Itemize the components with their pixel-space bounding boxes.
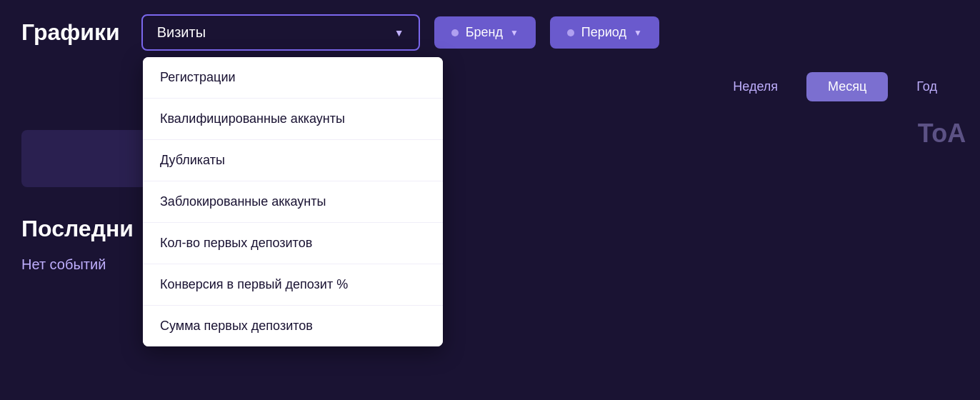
period-label: Период [581, 25, 626, 40]
dropdown-item-first-deposit-conversion[interactable]: Конверсия в первый депозит % [143, 264, 443, 306]
year-button[interactable]: Год [895, 72, 959, 101]
dropdown-item-registrations[interactable]: Регистрации [143, 57, 443, 99]
week-button[interactable]: Неделя [711, 72, 799, 101]
period-dot-icon [567, 29, 574, 36]
no-data-chart-placeholder [21, 130, 150, 187]
dropdown-item-first-deposits-count[interactable]: Кол-во первых депозитов [143, 223, 443, 264]
toolbar: Графики Визиты ▼ Бренд ▼ Период ▼ [0, 0, 980, 65]
brand-dot-icon [451, 29, 459, 36]
dropdown-item-duplicates[interactable]: Дубликаты [143, 140, 443, 181]
dropdown-item-first-deposits-sum[interactable]: Сумма первых депозитов [143, 306, 443, 346]
dropdown-item-blocked-accounts[interactable]: Заблокированные аккаунты [143, 181, 443, 223]
main-container: Графики Визиты ▼ Бренд ▼ Период ▼ Регист… [0, 0, 980, 400]
dropdown-item-qualified-accounts[interactable]: Квалифицированные аккаунты [143, 99, 443, 140]
page-title: Графики [21, 19, 120, 46]
brand-label: Бренд [466, 25, 503, 40]
month-button[interactable]: Месяц [806, 72, 888, 101]
brand-button[interactable]: Бренд ▼ [434, 16, 536, 49]
brand-arrow-icon: ▼ [510, 28, 519, 38]
vizity-dropdown[interactable]: Визиты ▼ [141, 14, 420, 51]
vizity-dropdown-menu: Регистрации Квалифицированные аккаунты Д… [143, 57, 443, 346]
vizity-dropdown-arrow-icon: ▼ [394, 27, 404, 39]
period-button[interactable]: Период ▼ [550, 16, 659, 49]
period-arrow-icon: ▼ [634, 28, 642, 38]
vizity-label: Визиты [157, 24, 206, 41]
